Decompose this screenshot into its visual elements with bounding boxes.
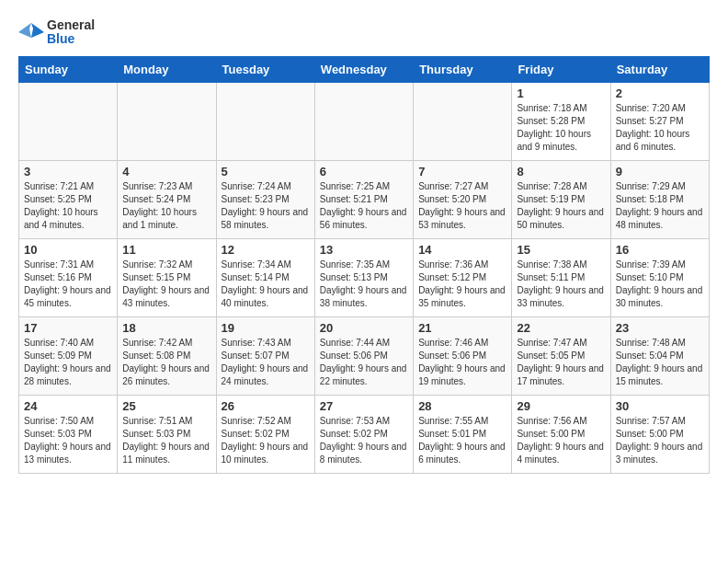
day-info: Sunrise: 7:24 AM Sunset: 5:23 PM Dayligh… — [222, 180, 310, 232]
day-number: 22 — [517, 321, 605, 335]
week-row-4: 17Sunrise: 7:40 AM Sunset: 5:09 PM Dayli… — [19, 316, 710, 395]
day-number: 6 — [320, 165, 408, 178]
day-info: Sunrise: 7:29 AM Sunset: 5:18 PM Dayligh… — [616, 180, 704, 232]
day-number: 14 — [418, 243, 506, 257]
logo: General Blue — [18, 18, 95, 47]
day-cell: 26Sunrise: 7:52 AM Sunset: 5:02 PM Dayli… — [216, 395, 314, 473]
day-number: 9 — [616, 165, 704, 178]
weekday-header-wednesday: Wednesday — [314, 56, 413, 82]
day-cell: 13Sunrise: 7:35 AM Sunset: 5:13 PM Dayli… — [314, 238, 413, 316]
day-cell: 9Sunrise: 7:29 AM Sunset: 5:18 PM Daylig… — [610, 160, 709, 238]
day-cell: 24Sunrise: 7:50 AM Sunset: 5:03 PM Dayli… — [19, 395, 118, 473]
day-number: 24 — [24, 399, 112, 413]
day-number: 4 — [122, 165, 210, 178]
day-cell — [414, 82, 512, 160]
day-cell: 18Sunrise: 7:42 AM Sunset: 5:08 PM Dayli… — [118, 316, 216, 395]
day-cell: 30Sunrise: 7:57 AM Sunset: 5:00 PM Dayli… — [610, 395, 709, 473]
day-cell: 29Sunrise: 7:56 AM Sunset: 5:00 PM Dayli… — [512, 395, 610, 473]
svg-marker-1 — [18, 23, 31, 38]
day-cell: 11Sunrise: 7:32 AM Sunset: 5:15 PM Dayli… — [118, 238, 216, 316]
day-cell: 8Sunrise: 7:28 AM Sunset: 5:19 PM Daylig… — [512, 160, 610, 238]
day-info: Sunrise: 7:51 AM Sunset: 5:03 PM Dayligh… — [122, 415, 210, 466]
day-cell: 6Sunrise: 7:25 AM Sunset: 5:21 PM Daylig… — [314, 160, 413, 238]
day-info: Sunrise: 7:38 AM Sunset: 5:11 PM Dayligh… — [517, 259, 605, 310]
day-info: Sunrise: 7:42 AM Sunset: 5:08 PM Dayligh… — [122, 337, 210, 388]
logo-bird-icon — [18, 19, 44, 45]
day-cell — [118, 82, 216, 160]
day-cell: 28Sunrise: 7:55 AM Sunset: 5:01 PM Dayli… — [414, 395, 512, 473]
day-number: 29 — [517, 399, 605, 413]
day-number: 27 — [320, 399, 408, 413]
day-cell: 25Sunrise: 7:51 AM Sunset: 5:03 PM Dayli… — [118, 395, 216, 473]
day-info: Sunrise: 7:18 AM Sunset: 5:28 PM Dayligh… — [517, 102, 605, 154]
week-row-3: 10Sunrise: 7:31 AM Sunset: 5:16 PM Dayli… — [19, 238, 710, 316]
logo-blue: Blue — [47, 32, 95, 46]
logo-container: General Blue — [18, 18, 95, 47]
day-cell — [216, 82, 314, 160]
week-row-5: 24Sunrise: 7:50 AM Sunset: 5:03 PM Dayli… — [19, 395, 710, 473]
day-info: Sunrise: 7:34 AM Sunset: 5:14 PM Dayligh… — [222, 259, 310, 310]
day-number: 10 — [24, 243, 112, 257]
day-info: Sunrise: 7:21 AM Sunset: 5:25 PM Dayligh… — [24, 180, 112, 232]
day-info: Sunrise: 7:35 AM Sunset: 5:13 PM Dayligh… — [320, 259, 408, 310]
day-info: Sunrise: 7:25 AM Sunset: 5:21 PM Dayligh… — [320, 180, 408, 232]
day-info: Sunrise: 7:40 AM Sunset: 5:09 PM Dayligh… — [24, 337, 112, 388]
day-number: 28 — [418, 399, 506, 413]
day-cell: 10Sunrise: 7:31 AM Sunset: 5:16 PM Dayli… — [19, 238, 118, 316]
day-number: 5 — [222, 165, 310, 178]
day-cell: 21Sunrise: 7:46 AM Sunset: 5:06 PM Dayli… — [414, 316, 512, 395]
day-cell: 5Sunrise: 7:24 AM Sunset: 5:23 PM Daylig… — [216, 160, 314, 238]
day-info: Sunrise: 7:46 AM Sunset: 5:06 PM Dayligh… — [418, 337, 506, 388]
day-info: Sunrise: 7:48 AM Sunset: 5:04 PM Dayligh… — [616, 337, 704, 388]
weekday-header-tuesday: Tuesday — [216, 56, 314, 82]
day-cell: 2Sunrise: 7:20 AM Sunset: 5:27 PM Daylig… — [610, 82, 709, 160]
day-number: 16 — [616, 243, 704, 257]
day-info: Sunrise: 7:55 AM Sunset: 5:01 PM Dayligh… — [418, 415, 506, 466]
day-number: 13 — [320, 243, 408, 257]
day-cell: 12Sunrise: 7:34 AM Sunset: 5:14 PM Dayli… — [216, 238, 314, 316]
weekday-header-monday: Monday — [118, 56, 216, 82]
day-info: Sunrise: 7:28 AM Sunset: 5:19 PM Dayligh… — [517, 180, 605, 232]
weekday-header-sunday: Sunday — [19, 56, 118, 82]
day-info: Sunrise: 7:31 AM Sunset: 5:16 PM Dayligh… — [24, 259, 112, 310]
day-cell: 4Sunrise: 7:23 AM Sunset: 5:24 PM Daylig… — [118, 160, 216, 238]
day-info: Sunrise: 7:47 AM Sunset: 5:05 PM Dayligh… — [517, 337, 605, 388]
day-info: Sunrise: 7:57 AM Sunset: 5:00 PM Dayligh… — [616, 415, 704, 466]
day-cell: 22Sunrise: 7:47 AM Sunset: 5:05 PM Dayli… — [512, 316, 610, 395]
day-cell: 17Sunrise: 7:40 AM Sunset: 5:09 PM Dayli… — [19, 316, 118, 395]
day-number: 23 — [616, 321, 704, 335]
day-cell: 14Sunrise: 7:36 AM Sunset: 5:12 PM Dayli… — [414, 238, 512, 316]
svg-marker-0 — [31, 23, 44, 38]
weekday-header-friday: Friday — [512, 56, 610, 82]
day-number: 7 — [418, 165, 506, 178]
day-info: Sunrise: 7:43 AM Sunset: 5:07 PM Dayligh… — [222, 337, 310, 388]
day-number: 15 — [517, 243, 605, 257]
day-info: Sunrise: 7:23 AM Sunset: 5:24 PM Dayligh… — [122, 180, 210, 232]
week-row-1: 1Sunrise: 7:18 AM Sunset: 5:28 PM Daylig… — [19, 82, 710, 160]
day-cell: 19Sunrise: 7:43 AM Sunset: 5:07 PM Dayli… — [216, 316, 314, 395]
day-number: 30 — [616, 399, 704, 413]
calendar-table: SundayMondayTuesdayWednesdayThursdayFrid… — [18, 56, 710, 474]
day-cell: 20Sunrise: 7:44 AM Sunset: 5:06 PM Dayli… — [314, 316, 413, 395]
day-number: 8 — [517, 165, 605, 178]
day-cell — [19, 82, 118, 160]
day-info: Sunrise: 7:56 AM Sunset: 5:00 PM Dayligh… — [517, 415, 605, 466]
day-info: Sunrise: 7:53 AM Sunset: 5:02 PM Dayligh… — [320, 415, 408, 466]
day-info: Sunrise: 7:44 AM Sunset: 5:06 PM Dayligh… — [320, 337, 408, 388]
weekday-header-saturday: Saturday — [610, 56, 709, 82]
day-number: 20 — [320, 321, 408, 335]
week-row-2: 3Sunrise: 7:21 AM Sunset: 5:25 PM Daylig… — [19, 160, 710, 238]
day-number: 12 — [222, 243, 310, 257]
day-number: 1 — [517, 86, 605, 100]
day-cell: 3Sunrise: 7:21 AM Sunset: 5:25 PM Daylig… — [19, 160, 118, 238]
day-cell: 16Sunrise: 7:39 AM Sunset: 5:10 PM Dayli… — [610, 238, 709, 316]
page-header: General Blue — [18, 18, 710, 47]
weekday-header-row: SundayMondayTuesdayWednesdayThursdayFrid… — [19, 56, 710, 82]
day-info: Sunrise: 7:39 AM Sunset: 5:10 PM Dayligh… — [616, 259, 704, 310]
day-number: 19 — [222, 321, 310, 335]
day-cell: 1Sunrise: 7:18 AM Sunset: 5:28 PM Daylig… — [512, 82, 610, 160]
day-number: 18 — [122, 321, 210, 335]
day-cell: 15Sunrise: 7:38 AM Sunset: 5:11 PM Dayli… — [512, 238, 610, 316]
day-number: 3 — [24, 165, 112, 178]
day-info: Sunrise: 7:50 AM Sunset: 5:03 PM Dayligh… — [24, 415, 112, 466]
